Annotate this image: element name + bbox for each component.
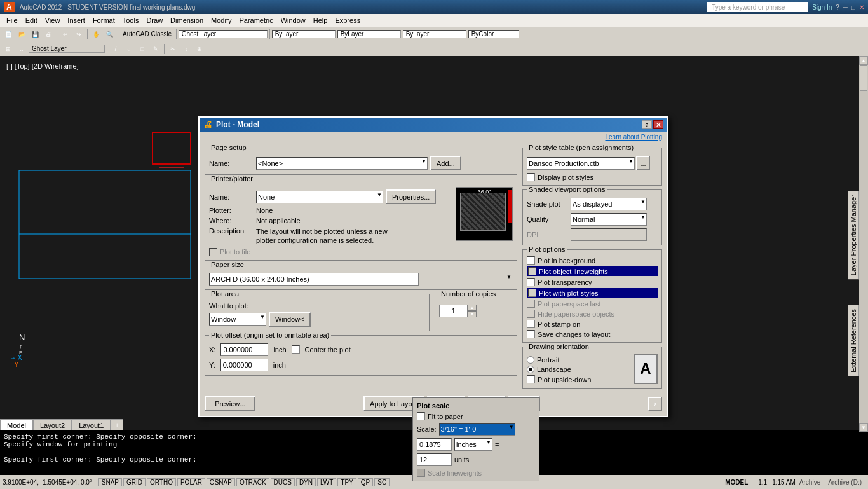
y-label: Y: — [209, 361, 215, 369]
bylayer-1[interactable]: ByLayer — [272, 30, 336, 38]
dialog-close-btn[interactable]: ✕ — [653, 120, 663, 129]
plot-style-edit-btn[interactable]: ... — [636, 156, 650, 170]
sign-in-btn[interactable]: Sign In — [812, 4, 832, 11]
modify-btn3[interactable]: ⊕ — [193, 43, 206, 55]
dialog-help-icon[interactable]: ? — [642, 120, 652, 129]
plot-stamp-cb[interactable] — [527, 320, 535, 328]
scale-value1-input[interactable] — [417, 438, 452, 451]
menu-help[interactable]: Help — [309, 15, 332, 25]
plot-styles-cb[interactable] — [528, 289, 536, 297]
dialog-right-column: Plot style table (pen assignments) Dansc… — [522, 148, 662, 389]
unit1-select[interactable]: inches — [454, 438, 492, 451]
plot-upside-cb[interactable] — [527, 375, 535, 383]
open-btn[interactable]: 📂 — [15, 29, 28, 40]
center-plot-checkbox[interactable] — [292, 345, 300, 354]
plot-style-select[interactable]: Dansco Production.ctb — [527, 157, 635, 170]
plot-lineweights-row: Plot object lineweights — [527, 266, 658, 276]
menu-insert[interactable]: Insert — [64, 15, 89, 25]
menu-draw[interactable]: Draw — [142, 15, 166, 25]
draw-btn1[interactable]: / — [109, 43, 122, 55]
spinner-buttons: ▲ ▼ — [468, 305, 477, 317]
window-btn[interactable]: Window< — [269, 312, 311, 327]
ghost-layer[interactable]: Ghost Layer — [29, 45, 105, 53]
scale-select[interactable]: 3/16" = 1'-0" — [439, 423, 515, 436]
landscape-radio[interactable] — [527, 366, 534, 373]
display-plot-styles-label: Display plot styles — [538, 174, 593, 181]
plot-to-file-checkbox[interactable] — [209, 248, 217, 256]
what-to-plot-select[interactable]: Window — [209, 313, 266, 326]
learn-plotting-link[interactable]: Learn about Plotting — [605, 134, 662, 141]
modify-btn2[interactable]: ↕ — [180, 43, 193, 55]
plotter-row: Plotter: None — [209, 207, 447, 214]
plot-transparency-row: Plot transparency — [527, 278, 658, 286]
draw-btn2[interactable]: ○ — [123, 43, 135, 55]
description-label-text: Description: — [209, 227, 254, 235]
modify-btn1[interactable]: ✂ — [166, 43, 179, 55]
grid-btn[interactable]: :: — [15, 43, 28, 55]
layer-dropdown[interactable]: Ghost Layer — [179, 30, 268, 38]
plot-lineweights-cb[interactable] — [528, 267, 536, 275]
x-offset-input[interactable] — [220, 343, 268, 356]
title-left: A AutoCAD 2012 - STUDENT VERSION final w… — [4, 2, 195, 12]
plotter-name-row: Name: None Properties... — [209, 189, 447, 204]
zoom-btn[interactable]: 🔍 — [103, 29, 116, 40]
close-app-btn[interactable]: ✕ — [859, 4, 864, 11]
plot-transp-cb[interactable] — [527, 278, 535, 286]
expand-dialog-btn[interactable]: › — [648, 397, 662, 411]
menu-format[interactable]: Format — [89, 15, 119, 25]
fit-to-paper-cb[interactable] — [417, 412, 425, 420]
unit1-wrapper: inches — [454, 438, 492, 451]
menu-dimension[interactable]: Dimension — [166, 15, 207, 25]
bylayer-2[interactable]: ByLayer — [337, 30, 401, 38]
preview-btn[interactable]: Preview... — [205, 396, 255, 411]
plot-offset-label: Plot offset (origin set to printable are… — [209, 331, 331, 339]
bycolor[interactable]: ByColor — [468, 30, 519, 38]
hide-paperspace-row: Hide paperspace objects — [527, 310, 658, 318]
bylayer-3[interactable]: ByLayer — [403, 30, 466, 38]
what-to-plot-wrapper: Window — [209, 313, 266, 326]
minimize-btn[interactable]: ─ — [843, 4, 848, 11]
paper-size-select[interactable]: ARCH D (36.00 x 24.00 Inches) — [209, 273, 419, 286]
maximize-btn[interactable]: □ — [851, 4, 855, 11]
shade-plot-select[interactable]: As displayed — [571, 198, 647, 210]
menu-file[interactable]: File — [3, 15, 22, 25]
snap-btn[interactable]: ⊞ — [2, 43, 15, 55]
plot-upside-row: Plot upside-down — [527, 375, 631, 383]
menu-express[interactable]: Express — [331, 15, 364, 25]
toolbar-2: ⊞ :: Ghost Layer / ○ □ ✎ ✂ ↕ ⊕ — [0, 41, 868, 56]
draw-btn4[interactable]: ✎ — [149, 43, 162, 55]
plot-pslast-label: Plot paperspace last — [538, 300, 601, 308]
copies-input[interactable] — [439, 305, 468, 317]
redo-btn[interactable]: ↪ — [72, 29, 85, 40]
scale-lineweights-row: Scale lineweights — [417, 469, 535, 477]
page-setup-select[interactable]: <None> — [256, 157, 428, 170]
spinner-up-btn[interactable]: ▲ — [468, 305, 477, 311]
autocad-titlebar: A AutoCAD 2012 - STUDENT VERSION final w… — [0, 0, 868, 14]
menu-tools[interactable]: Tools — [119, 15, 143, 25]
new-btn[interactable]: 📄 — [2, 29, 15, 40]
search-box[interactable]: Type a keyword or phrase — [707, 2, 808, 12]
draw-btn3[interactable]: □ — [136, 43, 149, 55]
y-offset-input[interactable] — [220, 359, 268, 371]
plot-btn[interactable]: 🖨 — [42, 29, 55, 40]
save-changes-cb[interactable] — [527, 330, 535, 338]
menu-view[interactable]: View — [41, 15, 64, 25]
quality-select[interactable]: Normal — [571, 213, 647, 226]
plotter-properties-btn[interactable]: Properties... — [386, 189, 436, 204]
undo-btn[interactable]: ↩ — [59, 29, 72, 40]
pan-btn[interactable]: ✋ — [90, 29, 102, 40]
save-btn[interactable]: 💾 — [29, 29, 41, 40]
menu-parametric[interactable]: Parametric — [235, 15, 276, 25]
plotter-name-select[interactable]: None — [256, 191, 383, 203]
display-plot-styles-cb[interactable] — [527, 173, 535, 181]
plot-upside-label: Plot upside-down — [538, 376, 591, 383]
plot-bg-cb[interactable] — [527, 256, 535, 265]
portrait-radio[interactable] — [527, 356, 534, 364]
menu-modify[interactable]: Modify — [207, 15, 235, 25]
scale-value2-input[interactable] — [417, 453, 452, 466]
menu-window[interactable]: Window — [277, 15, 309, 25]
plot-pslast-cb — [527, 300, 535, 308]
menu-edit[interactable]: Edit — [22, 15, 41, 25]
add-page-setup-btn[interactable]: Add... — [430, 156, 461, 170]
spinner-down-btn[interactable]: ▼ — [468, 311, 477, 317]
